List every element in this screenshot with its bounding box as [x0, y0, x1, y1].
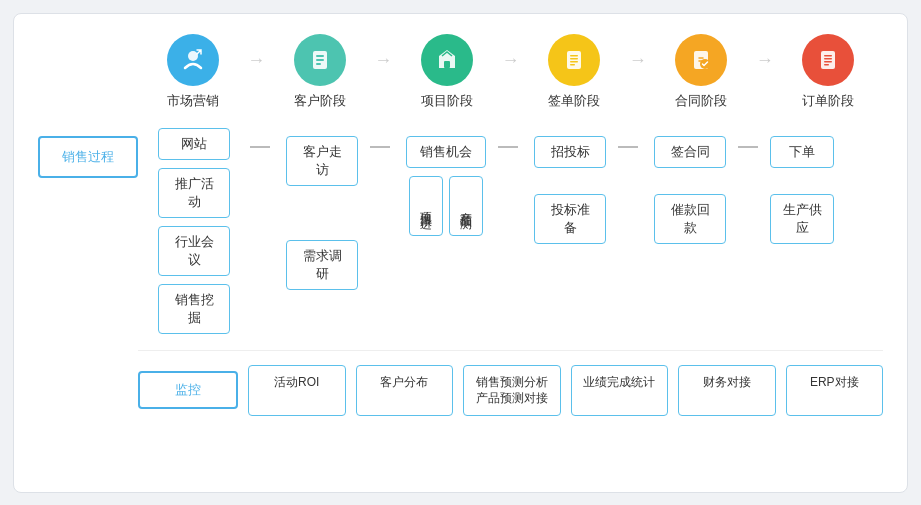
phase-icon-order	[802, 34, 854, 86]
col1: 网站 推广活动 行业会议 销售挖掘	[138, 128, 250, 334]
box-conference[interactable]: 行业会议	[158, 226, 230, 276]
phase-customer: 客户阶段	[265, 34, 374, 110]
svg-rect-16	[824, 61, 832, 63]
phase-icon-project	[421, 34, 473, 86]
box-mining[interactable]: 销售挖掘	[158, 284, 230, 334]
box-sales-opp[interactable]: 销售机会	[406, 136, 486, 168]
phase-icon-sign	[548, 34, 600, 86]
phase-label-sign: 签单阶段	[548, 92, 600, 110]
svg-rect-14	[824, 55, 832, 57]
monitor-section: 监控 活动ROI 客户分布 销售预测分析 产品预测对接 业绩完成统计 财务对接 …	[138, 350, 883, 417]
arrow-4: →	[629, 50, 647, 71]
box-website[interactable]: 网站	[158, 128, 230, 160]
col2: 客户走访 需求调研	[274, 128, 370, 290]
phase-label-project: 项目阶段	[421, 92, 473, 110]
svg-rect-5	[444, 61, 450, 68]
left-labels: 销售过程	[38, 128, 138, 472]
svg-rect-8	[570, 58, 578, 60]
box-product-forecast[interactable]: 产品预测	[449, 176, 483, 236]
svg-rect-7	[570, 55, 578, 57]
monitor-box-forecast[interactable]: 销售预测分析 产品预测对接	[463, 365, 561, 417]
svg-rect-13	[821, 51, 835, 69]
phase-icon-contract	[675, 34, 727, 86]
col3-sub: 项目跟进 产品预测	[409, 176, 483, 236]
phase-icon-customer	[294, 34, 346, 86]
monitor-box-erp[interactable]: ERP对接	[786, 365, 884, 417]
box-bid-prep[interactable]: 投标准备	[534, 194, 606, 244]
phase-market: 市场营销	[138, 34, 247, 110]
phase-icon-market	[167, 34, 219, 86]
svg-rect-6	[567, 51, 581, 69]
col3: 销售机会 项目跟进 产品预测	[394, 128, 498, 236]
arrow-3: →	[502, 50, 520, 71]
svg-rect-9	[570, 61, 578, 63]
col4: 招投标 投标准备	[522, 128, 618, 244]
svg-rect-15	[824, 58, 832, 60]
arrow-col2-col3	[370, 128, 394, 148]
box-customer-visit[interactable]: 客户走访	[286, 136, 358, 186]
box-production[interactable]: 生产供应	[770, 194, 834, 244]
box-demand-research[interactable]: 需求调研	[286, 240, 358, 290]
arrow-1: →	[247, 50, 265, 71]
main-container: 市场营销 → 客户阶段 →	[13, 13, 908, 493]
phases-row: 市场营销 → 客户阶段 →	[138, 34, 883, 110]
phase-project: 项目阶段	[392, 34, 501, 110]
arrow-col4-col5	[618, 128, 642, 148]
arrow-col5-col6	[738, 128, 762, 148]
svg-rect-2	[316, 55, 324, 57]
monitor-box-customer-dist[interactable]: 客户分布	[356, 365, 454, 417]
flow-wrap: 网站 推广活动 行业会议 销售挖掘 客户走访 需求调研	[138, 128, 883, 472]
box-bid[interactable]: 招投标	[534, 136, 606, 168]
phase-label-market: 市场营销	[167, 92, 219, 110]
arrow-5: →	[756, 50, 774, 71]
monitor-box-finance[interactable]: 财务对接	[678, 365, 776, 417]
arrow-col3-col4	[498, 128, 522, 148]
box-order[interactable]: 下单	[770, 136, 834, 168]
box-project-track[interactable]: 项目跟进	[409, 176, 443, 236]
arrow-2: →	[374, 50, 392, 71]
arrow-col1-col2	[250, 128, 274, 148]
monitor-box-performance[interactable]: 业绩完成统计	[571, 365, 669, 417]
svg-rect-17	[824, 64, 829, 66]
content-area: 销售过程 网站 推广活动 行业会议 销售挖掘	[38, 128, 883, 472]
phase-sign: 签单阶段	[520, 34, 629, 110]
monitor-boxes: 活动ROI 客户分布 销售预测分析 产品预测对接 业绩完成统计 财务对接 ERP…	[248, 365, 883, 417]
col5: 签合同 催款回款	[642, 128, 738, 244]
monitor-label: 监控	[138, 371, 238, 409]
phase-label-order: 订单阶段	[802, 92, 854, 110]
process-label: 销售过程	[38, 136, 138, 178]
phase-contract: 合同阶段	[647, 34, 756, 110]
monitor-box-roi[interactable]: 活动ROI	[248, 365, 346, 417]
phase-label-contract: 合同阶段	[675, 92, 727, 110]
monitor-label-wrap: 监控	[138, 371, 238, 409]
phase-order: 订单阶段	[774, 34, 883, 110]
col6: 下单 生产供应	[762, 128, 842, 244]
svg-rect-4	[316, 63, 321, 65]
svg-rect-10	[570, 64, 575, 66]
phase-label-customer: 客户阶段	[294, 92, 346, 110]
box-promo[interactable]: 推广活动	[158, 168, 230, 218]
svg-point-0	[188, 51, 198, 61]
box-urge-payment[interactable]: 催款回款	[654, 194, 726, 244]
box-sign-contract[interactable]: 签合同	[654, 136, 726, 168]
svg-rect-3	[316, 59, 324, 61]
